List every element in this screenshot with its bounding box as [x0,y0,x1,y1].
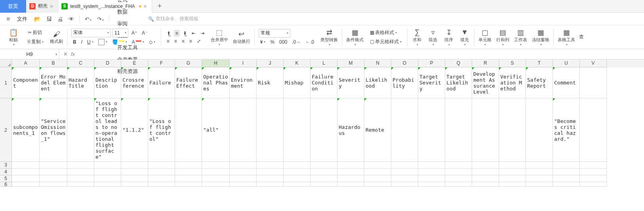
cell[interactable]: Component [12,67,40,98]
row-header[interactable]: 4 [0,169,12,175]
cell[interactable] [284,175,311,182]
formula-input[interactable] [78,51,640,57]
cell[interactable] [499,169,526,175]
cell[interactable]: Operational Phases [202,67,230,98]
col-header[interactable]: S [499,59,526,67]
align-bottom-icon[interactable]: ⬇̲ [181,30,189,37]
cell[interactable] [148,182,175,187]
cell[interactable] [12,162,40,169]
cell[interactable] [148,169,175,175]
cell[interactable] [175,175,202,182]
ribbon-tab-4[interactable]: 数据 [112,6,143,18]
name-box[interactable]: H9▾ [0,49,59,59]
cell[interactable] [364,169,391,175]
cell[interactable] [445,162,472,169]
sort-button[interactable]: ↧排序▾ [441,28,457,46]
bold-button[interactable]: B [71,38,78,46]
cell[interactable] [311,98,337,162]
cell[interactable] [445,175,472,182]
italic-button[interactable]: I [80,38,84,46]
cell[interactable] [553,162,580,169]
row-header[interactable]: 2 [0,98,12,162]
cell[interactable] [202,162,230,169]
merge-center-button[interactable]: ⬚合并居中▾ [208,28,231,46]
col-header[interactable]: J [257,59,284,67]
cell[interactable] [202,169,230,175]
cell[interactable]: Failure [148,67,175,98]
row-header[interactable]: 1 [0,67,12,98]
cell[interactable]: Safety Report [526,67,553,98]
cell[interactable] [202,175,230,182]
cell[interactable]: Target Likelihood [445,67,472,98]
cell[interactable]: Environment [230,67,257,98]
cell[interactable] [526,175,553,182]
cell[interactable] [364,162,391,169]
cell[interactable] [580,98,607,162]
cell[interactable] [257,182,284,187]
align-top-icon[interactable]: ⬆̲ [165,30,172,37]
cell[interactable]: "ServiceOmission on flows_1" [40,98,67,162]
cell[interactable] [337,175,364,182]
cell[interactable] [418,162,445,169]
table-tools-button[interactable]: ▦表格工具▾ [555,28,577,46]
fx-icon[interactable]: fx [71,51,75,57]
align-left-icon[interactable]: ≡ [165,38,171,45]
align-right-icon[interactable]: ≡ [180,38,186,45]
font-size-select[interactable]: 11▾ [112,29,128,37]
cell[interactable]: Comment [553,67,580,98]
paste-button[interactable]: 📋粘贴▾ [6,28,21,46]
cell[interactable] [12,175,40,182]
cell[interactable] [67,175,94,182]
worksheet-button[interactable]: ▥工作表▾ [512,28,530,46]
cell[interactable] [230,98,257,162]
cell[interactable]: Development Assurance Level [472,67,499,98]
cell[interactable] [40,182,67,187]
cell[interactable]: "Becomes critical hazard." [553,98,580,162]
cell[interactable] [67,162,94,169]
col-header[interactable]: F [148,59,175,67]
fill-button[interactable]: ▼填充▾ [457,28,473,46]
cell[interactable]: Description [94,67,121,98]
comma-icon[interactable]: 000 [278,38,289,46]
fill-color-button[interactable]: 🪣▾ [111,38,129,46]
cell[interactable] [472,182,499,187]
cell[interactable] [445,169,472,175]
decrease-font-icon[interactable]: A⁻ [140,29,149,36]
cell[interactable] [94,182,121,187]
cell[interactable]: Risk [257,67,284,98]
cell[interactable] [148,175,175,182]
cell[interactable] [284,182,311,187]
cell[interactable] [499,162,526,169]
cell[interactable] [580,162,607,169]
orientation-icon[interactable]: ⤢ [195,38,202,45]
cell[interactable] [553,182,580,187]
cell[interactable] [472,98,499,162]
type-convert-button[interactable]: ⇄类型转换▾ [318,28,340,46]
row-header[interactable]: 5 [0,175,12,182]
font-name-select[interactable]: 宋体▾ [71,29,111,37]
new-tab-button[interactable]: + [152,2,168,10]
border-button[interactable]: ▾ [97,38,109,46]
cell[interactable] [148,162,175,169]
more-button[interactable]: 查 [577,33,585,41]
ribbon-tab-3[interactable]: 公式 [112,0,143,6]
cell[interactable]: Hazard Title [67,67,94,98]
cell[interactable]: "1.1.2" [121,98,148,162]
cell[interactable]: Hazardous [337,98,364,162]
open-icon[interactable]: 📂 [32,16,43,22]
cell[interactable] [418,98,445,162]
cell[interactable] [445,98,472,162]
cell[interactable] [472,162,499,169]
cell[interactable] [499,182,526,187]
cell[interactable] [499,175,526,182]
cell[interactable] [94,169,121,175]
col-header[interactable]: P [418,59,445,67]
cell[interactable] [526,169,553,175]
cell[interactable] [311,175,337,182]
select-all-corner[interactable] [0,59,12,67]
cell[interactable] [67,98,94,162]
cell[interactable] [311,182,337,187]
font-color-button[interactable]: A▾ [130,38,146,46]
indent-increase-icon[interactable]: ⇥ [199,30,206,37]
cell[interactable] [580,67,607,98]
